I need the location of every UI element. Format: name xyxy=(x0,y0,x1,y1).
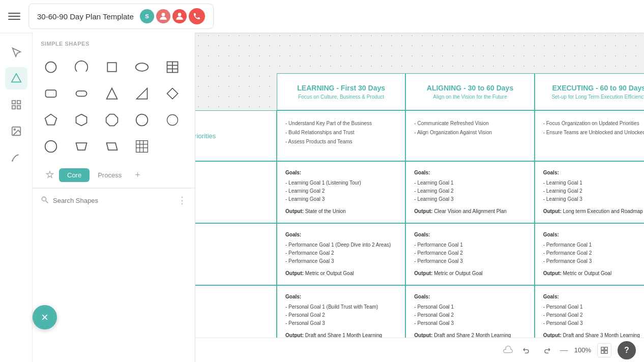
shape-circle2[interactable] xyxy=(160,108,185,132)
svg-rect-3 xyxy=(12,101,15,104)
shape-square[interactable] xyxy=(100,55,124,79)
column-header-2: ALIGNING - 30 to 60 Days Align on the Vi… xyxy=(405,73,534,110)
undo-button[interactable] xyxy=(519,343,534,357)
shape-table[interactable] xyxy=(160,55,185,79)
priorities-col3[interactable]: - Focus Organization on Updated Prioriti… xyxy=(535,110,644,161)
cloud-save-icon[interactable] xyxy=(503,344,513,356)
section-2-col1[interactable]: Goals: - Performance Goal 1 (Deep Dive i… xyxy=(277,223,405,285)
svg-marker-34 xyxy=(47,171,53,178)
col3-subtitle: Set-up for Long Term Execution Efficienc… xyxy=(543,94,644,100)
shape-diamond[interactable] xyxy=(160,81,185,106)
col1-subtitle: Focus on Culture, Business & Product xyxy=(285,94,397,100)
svg-rect-17 xyxy=(76,91,86,97)
grid-layout-icon[interactable] xyxy=(5,94,27,116)
svg-rect-40 xyxy=(605,350,607,353)
svg-line-36 xyxy=(46,200,48,203)
menu-icon[interactable] xyxy=(8,10,20,22)
svg-point-24 xyxy=(136,114,148,126)
goals-text-1-2: - Learning Goal 1- Learning Goal 2- Lear… xyxy=(414,179,525,203)
svg-rect-6 xyxy=(17,106,20,109)
shape-ellipse[interactable] xyxy=(130,55,154,79)
shape-triangle[interactable] xyxy=(100,81,124,106)
shape-grid[interactable] xyxy=(130,134,154,159)
section-1-col1[interactable]: Goals: - Learning Goal 1 (Listening Tour… xyxy=(277,161,405,223)
tab-add-button[interactable]: + xyxy=(130,167,145,184)
call-button[interactable] xyxy=(189,8,205,24)
image-icon[interactable] xyxy=(5,120,27,142)
svg-marker-22 xyxy=(76,114,86,126)
shape-circle3[interactable] xyxy=(39,134,63,159)
section-2-col2[interactable]: Goals: - Performance Goal 1- Performance… xyxy=(405,223,534,285)
tab-process[interactable]: Process xyxy=(90,168,130,182)
goals-text-1-3: - Learning Goal 1- Learning Goal 2- Lear… xyxy=(543,179,644,203)
grid-toggle-button[interactable] xyxy=(597,343,611,357)
output-1-2: Output: Clear Vision and Alignment Plan xyxy=(414,207,525,216)
svg-point-26 xyxy=(45,141,57,153)
goals-text-2-3: - Performance Goal 1- Performance Goal 2… xyxy=(543,241,644,265)
shape-12gon[interactable] xyxy=(130,108,154,132)
shape-right-triangle[interactable] xyxy=(130,81,154,106)
section-2-col3[interactable]: Goals: - Performance Goal 1- Performance… xyxy=(535,223,644,285)
svg-marker-19 xyxy=(137,88,148,99)
goals-label-3-3: Goals: xyxy=(543,293,644,301)
priorities-col1[interactable]: - Understand Key Part of the Business - … xyxy=(277,110,405,161)
avatar-s[interactable]: S xyxy=(140,9,154,23)
tab-core[interactable]: Core xyxy=(59,168,90,182)
svg-rect-5 xyxy=(12,106,15,109)
draw-icon[interactable] xyxy=(5,146,27,169)
avatar-group: S xyxy=(140,8,205,24)
shape-pentagon[interactable] xyxy=(39,108,63,132)
search-input[interactable] xyxy=(53,197,173,204)
grid-header-row: LEARNING - First 30 Days Focus on Cultur… xyxy=(129,73,644,110)
avatar-b[interactable] xyxy=(156,9,170,23)
title-container: 30-60-90 Day Plan Template S xyxy=(28,4,214,29)
shape-stadium[interactable] xyxy=(69,81,94,106)
section-1-col3[interactable]: Goals: - Learning Goal 1- Learning Goal … xyxy=(535,161,644,223)
svg-point-25 xyxy=(167,115,178,126)
output-2-2: Output: Metric or Output Goal xyxy=(414,269,525,278)
column-header-3: EXECUTING - 60 to 90 Days Set-up for Lon… xyxy=(535,73,644,110)
priorities-col2[interactable]: - Communicate Refreshed Vision - Align O… xyxy=(405,110,534,161)
goals-text-3-1: - Personal Goal 1 (Build Trust with Team… xyxy=(285,303,397,327)
redo-button[interactable] xyxy=(540,343,554,357)
section-1-col2[interactable]: Goals: - Learning Goal 1- Learning Goal … xyxy=(405,161,534,223)
goals-label-2-1: Goals: xyxy=(285,231,397,239)
shape-circle[interactable] xyxy=(39,55,63,79)
goals-text-3-2: - Personal Goal 1- Personal Goal 2- Pers… xyxy=(414,303,525,327)
goals-label-1-3: Goals: xyxy=(543,169,644,177)
shape-trapezoid[interactable] xyxy=(69,134,94,159)
shape-parallelogram[interactable] xyxy=(100,134,124,159)
output-2-3: Output: Metric or Output Goal xyxy=(543,269,644,278)
output-2-1: Output: Metric or Output Goal xyxy=(285,269,397,278)
panel-tabs: Core Process + xyxy=(33,163,195,188)
goals-text-2-1: - Performance Goal 1 (Deep Dive into 2 A… xyxy=(285,241,397,265)
shapes-icon[interactable] xyxy=(5,67,27,89)
cursor-icon[interactable] xyxy=(5,41,27,63)
tab-star-icon[interactable] xyxy=(41,167,59,183)
fab-button[interactable]: × xyxy=(33,305,57,329)
output-1-1: Output: State of the Union xyxy=(285,207,397,216)
col2-subtitle: Align on the Vision for the Future xyxy=(414,94,525,100)
svg-point-11 xyxy=(136,63,149,71)
shape-placeholder xyxy=(160,134,185,159)
shape-arc[interactable] xyxy=(69,55,94,79)
shape-hexagon[interactable] xyxy=(69,108,94,132)
shape-rounded-rect[interactable] xyxy=(39,81,63,106)
goals-label-3-1: Goals: xyxy=(285,293,397,301)
help-button[interactable]: ? xyxy=(618,341,636,359)
search-menu-icon[interactable]: ⋮ xyxy=(178,195,187,206)
shapes-panel: SIMPLE SHAPES xyxy=(33,33,195,362)
shape-octagon[interactable] xyxy=(100,108,124,132)
svg-marker-27 xyxy=(76,143,86,150)
svg-point-35 xyxy=(42,197,46,201)
avatar-c[interactable] xyxy=(172,9,187,23)
col1-title: LEARNING - First 30 Days xyxy=(285,84,397,92)
shapes-panel-header: SIMPLE SHAPES xyxy=(33,33,195,51)
svg-rect-37 xyxy=(601,347,604,349)
topbar: 30-60-90 Day Plan Template S xyxy=(0,0,644,33)
goals-label-1-2: Goals: xyxy=(414,169,525,177)
svg-rect-16 xyxy=(46,90,56,97)
goals-text-1-1: - Learning Goal 1 (Listening Tour)- Lear… xyxy=(285,179,397,203)
svg-marker-21 xyxy=(45,114,57,125)
goals-text-2-2: - Performance Goal 1- Performance Goal 2… xyxy=(414,241,525,265)
